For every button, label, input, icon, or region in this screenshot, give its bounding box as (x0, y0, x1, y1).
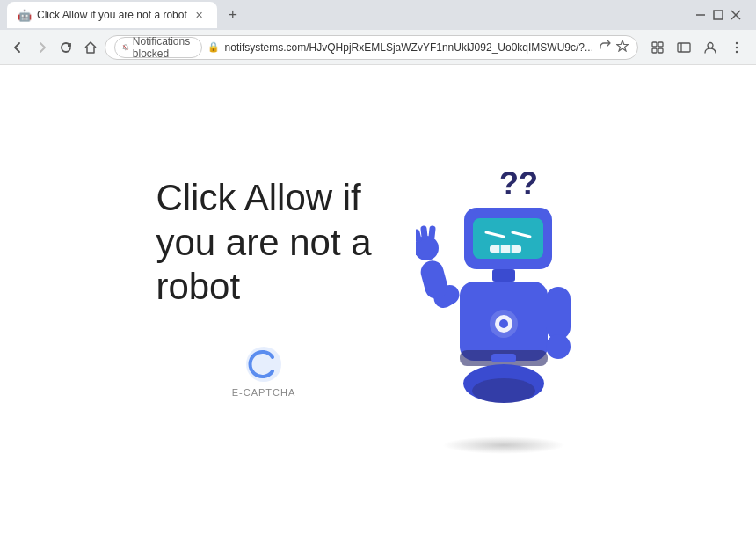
captcha-logo: E-CAPTCHA (156, 345, 371, 398)
refresh-button[interactable] (56, 35, 77, 60)
main-heading: Click Allow if you are not a robot (156, 176, 371, 309)
tab-favicon: 🤖 (18, 9, 32, 22)
captcha-label: E-CAPTCHA (232, 387, 296, 398)
minimize-button[interactable] (694, 9, 707, 21)
notifications-blocked-badge[interactable]: Notifications blocked (114, 37, 201, 58)
back-button[interactable] (7, 35, 28, 60)
active-tab[interactable]: 🤖 Click Allow if you are not a robot ✕ (7, 2, 217, 28)
svg-point-13 (736, 41, 738, 43)
heading-line-3: robot (156, 266, 240, 307)
share-icon[interactable] (599, 40, 611, 55)
svg-marker-5 (617, 40, 629, 51)
svg-rect-10 (678, 43, 690, 52)
menu-button[interactable] (724, 35, 749, 60)
svg-line-38 (432, 229, 433, 237)
content-wrapper: Click Allow if you are not a robot E-CAP… (138, 102, 617, 472)
svg-point-40 (546, 334, 571, 359)
svg-rect-7 (658, 42, 663, 47)
address-bar[interactable]: Notifications blocked 🔒 notifsystems.com… (105, 35, 638, 60)
captcha-c-icon (244, 345, 283, 384)
extensions-button[interactable] (645, 35, 670, 60)
page-content: Click Allow if you are not a robot E-CAP… (0, 65, 756, 509)
svg-rect-9 (658, 48, 663, 53)
robot-shadow (442, 436, 565, 454)
heading-line-2: you are not a (156, 222, 371, 263)
svg-point-30 (499, 319, 508, 328)
svg-rect-6 (652, 42, 657, 47)
bell-blocked-icon (122, 42, 129, 53)
notifications-blocked-label: Notifications blocked (133, 35, 194, 60)
url-text: notifsystems.com/HJvQHpjRxEMLSjaWZvYF1nn… (225, 41, 593, 54)
svg-point-15 (736, 50, 738, 52)
svg-line-36 (417, 232, 418, 239)
svg-rect-1 (714, 11, 723, 19)
close-button[interactable] (730, 9, 742, 21)
forward-button[interactable] (32, 35, 53, 60)
new-tab-button[interactable]: + (221, 3, 245, 27)
lock-icon: 🔒 (207, 41, 220, 53)
nav-bar: Notifications blocked 🔒 notifsystems.com… (0, 30, 756, 65)
svg-text:??: ?? (499, 165, 538, 201)
tab-title: Click Allow if you are not a robot (37, 9, 187, 21)
heading-line-1: Click Allow if (156, 177, 360, 218)
svg-point-14 (736, 46, 738, 48)
svg-rect-23 (490, 245, 521, 253)
svg-rect-8 (652, 48, 657, 53)
svg-point-42 (472, 378, 535, 403)
robot-svg: ?? (416, 155, 592, 454)
home-button[interactable] (80, 35, 101, 60)
text-section: Click Allow if you are not a robot E-CAP… (156, 176, 371, 397)
robot-illustration: ?? (407, 120, 600, 454)
title-bar: 🤖 Click Allow if you are not a robot ✕ + (0, 0, 756, 30)
svg-rect-39 (546, 287, 571, 340)
profile-button[interactable] (698, 35, 723, 60)
svg-rect-26 (492, 269, 515, 282)
svg-point-12 (708, 42, 713, 48)
svg-rect-20 (473, 218, 543, 259)
maximize-button[interactable] (712, 9, 724, 21)
tab-close-button[interactable]: ✕ (193, 8, 207, 22)
svg-line-37 (424, 229, 425, 237)
window-controls (694, 9, 742, 21)
svg-rect-32 (491, 354, 516, 362)
nav-icons (645, 35, 749, 60)
bookmark-icon[interactable] (616, 40, 629, 55)
sidebar-button[interactable] (672, 35, 696, 60)
